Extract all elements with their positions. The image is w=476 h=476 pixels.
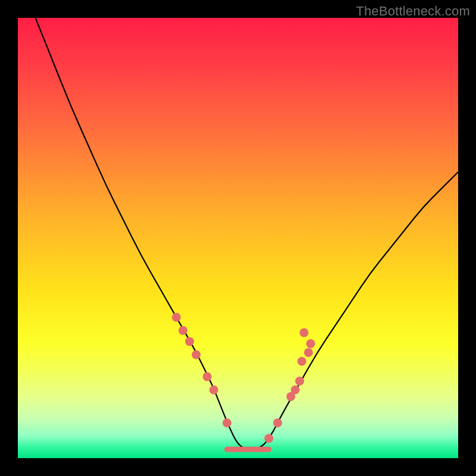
sample-point	[192, 350, 201, 359]
sample-point	[203, 372, 212, 381]
sample-point	[264, 434, 273, 443]
sample-point	[178, 326, 187, 335]
sample-point	[291, 386, 300, 394]
sample-point	[172, 313, 181, 322]
gradient-background	[18, 18, 458, 458]
sample-point	[185, 337, 194, 346]
sample-point	[298, 357, 306, 366]
sample-point	[209, 386, 218, 394]
sample-point	[306, 339, 315, 348]
chart-plot	[18, 18, 458, 458]
watermark-text: TheBottleneck.com	[356, 4, 470, 19]
sample-point	[300, 328, 309, 337]
sample-point	[223, 418, 231, 427]
chart-frame: TheBottleneck.com	[0, 0, 476, 476]
sample-point	[273, 418, 282, 427]
sample-point	[304, 348, 313, 357]
sample-point	[295, 377, 304, 386]
